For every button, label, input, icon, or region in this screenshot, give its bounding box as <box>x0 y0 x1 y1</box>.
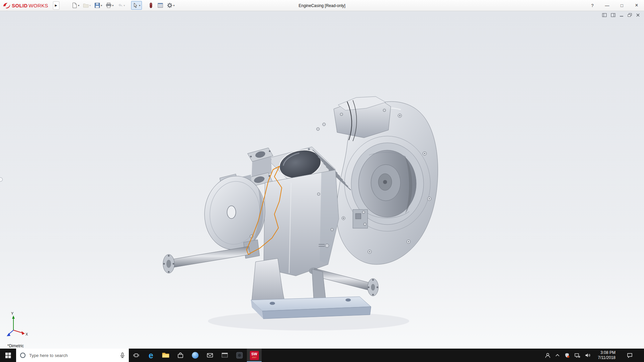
logo-text-works: WORKS <box>29 3 48 8</box>
action-center-button[interactable] <box>623 352 636 358</box>
save-floppy-icon <box>94 2 100 8</box>
solidworks-window: SOLIDWORKS ▶ ▾ ▾ ▾ <box>0 0 644 362</box>
document-title: EngineCasing [Read-only] <box>299 0 345 11</box>
cortana-icon <box>19 352 26 359</box>
console-app-button[interactable] <box>217 349 232 362</box>
network-icon <box>574 353 580 358</box>
new-dropdown-arrow[interactable]: ▾ <box>78 4 79 7</box>
start-button[interactable] <box>0 349 16 362</box>
undo-icon <box>117 2 123 8</box>
clock-date: 7/11/2018 <box>598 355 616 360</box>
titlebar: SOLIDWORKS ▶ ▾ ▾ ▾ <box>0 0 644 11</box>
doc-restore-button[interactable] <box>628 13 632 17</box>
system-tray: 3:08 PM 7/11/2018 <box>543 349 644 362</box>
print-dropdown-arrow[interactable]: ▾ <box>112 4 114 7</box>
undo-button[interactable]: ▾ <box>116 1 126 10</box>
logo-text-solid: SOLID <box>12 3 28 8</box>
triad-y-label: Y <box>11 311 14 315</box>
dark-app-button[interactable] <box>232 349 247 362</box>
rebuild-button[interactable] <box>147 1 155 10</box>
open-dropdown-arrow[interactable]: ▾ <box>90 4 91 7</box>
pane-left-button[interactable] <box>602 13 607 17</box>
maximize-button[interactable]: □ <box>614 0 629 11</box>
print-icon <box>106 2 112 8</box>
action-center-icon <box>627 352 633 358</box>
close-button[interactable]: × <box>629 0 644 11</box>
people-icon <box>545 353 551 358</box>
network-tray-button[interactable] <box>574 353 580 358</box>
minimize-button[interactable]: — <box>600 0 614 11</box>
blue-sphere-app-button[interactable] <box>188 349 203 362</box>
chevron-up-icon <box>555 353 560 357</box>
doc-close-button[interactable] <box>636 13 640 17</box>
options-button[interactable]: ▾ <box>165 1 176 10</box>
sw-badge-text: SW <box>251 352 257 356</box>
select-dropdown-arrow[interactable]: ▾ <box>139 4 141 7</box>
save-dropdown-arrow[interactable]: ▾ <box>101 4 102 7</box>
design-table-button[interactable] <box>156 1 165 10</box>
save-button[interactable]: ▾ <box>93 1 104 10</box>
window-controls: ? — □ × <box>585 0 644 11</box>
open-folder-icon <box>83 2 89 8</box>
speaker-icon <box>585 353 591 358</box>
triad-x-label: X <box>25 332 28 336</box>
new-document-icon <box>71 2 77 8</box>
mail-envelope-icon <box>206 352 214 359</box>
help-button[interactable]: ? <box>585 0 600 11</box>
windows-logo-icon <box>5 353 11 358</box>
menu-expander-button[interactable]: ▶ <box>53 1 59 10</box>
dark-app-icon <box>235 351 244 359</box>
undo-dropdown-arrow[interactable]: ▾ <box>124 4 125 7</box>
blue-sphere-icon <box>191 351 199 359</box>
store-app-button[interactable] <box>173 349 188 362</box>
mail-app-button[interactable] <box>203 349 217 362</box>
search-placeholder: Type here to search <box>29 353 116 358</box>
view-orientation-label: *Dimetric <box>7 344 24 348</box>
engine-casing-model[interactable] <box>163 97 438 330</box>
document-window-controls <box>602 13 640 17</box>
sw-badge-year: 2017 <box>252 356 256 358</box>
microphone-icon[interactable] <box>119 352 125 358</box>
windows-taskbar: Type here to search e <box>0 349 644 362</box>
task-view-icon <box>133 352 139 358</box>
solidworks-app-icon: SW 2017 <box>250 351 259 360</box>
generator-cover <box>201 173 269 253</box>
clock-time: 3:08 PM <box>600 350 615 355</box>
solidworks-ds-icon <box>3 2 11 9</box>
select-cursor-icon <box>132 2 139 8</box>
volume-tray-button[interactable] <box>585 353 591 358</box>
doc-minimize-button[interactable] <box>620 13 624 17</box>
open-button[interactable]: ▾ <box>82 1 92 10</box>
rebuild-icon <box>148 2 154 8</box>
solidworks-logo[interactable]: SOLIDWORKS <box>0 2 52 9</box>
quick-access-toolbar: ▾ ▾ ▾ ▾ <box>70 1 176 10</box>
task-view-button[interactable] <box>129 349 144 362</box>
graphics-viewport[interactable]: Y X *Dimetric <box>0 11 644 349</box>
file-explorer-icon <box>162 351 170 359</box>
design-table-icon <box>157 2 163 8</box>
edge-app-button[interactable]: e <box>144 349 158 362</box>
options-dropdown-arrow[interactable]: ▾ <box>173 4 175 7</box>
console-window-icon <box>221 352 228 359</box>
gear-icon <box>167 2 173 8</box>
pane-right-button[interactable] <box>611 13 615 17</box>
orientation-triad: Y X <box>7 311 28 336</box>
print-button[interactable]: ▾ <box>104 1 115 10</box>
store-bag-icon <box>177 352 184 359</box>
solidworks-app-button[interactable]: SW 2017 <box>247 349 262 362</box>
taskbar-search-input[interactable]: Type here to search <box>16 349 129 362</box>
model-canvas[interactable]: Y X <box>0 11 644 349</box>
people-button[interactable] <box>545 353 551 358</box>
edge-icon: e <box>149 351 153 360</box>
new-document-button[interactable]: ▾ <box>70 1 81 10</box>
taskbar-clock[interactable]: 3:08 PM 7/11/2018 <box>595 350 619 360</box>
tray-overflow-button[interactable] <box>555 353 560 357</box>
select-button[interactable]: ▾ <box>131 1 142 10</box>
shield-icon <box>564 353 570 358</box>
security-tray-button[interactable] <box>564 353 570 358</box>
file-explorer-button[interactable] <box>158 349 173 362</box>
